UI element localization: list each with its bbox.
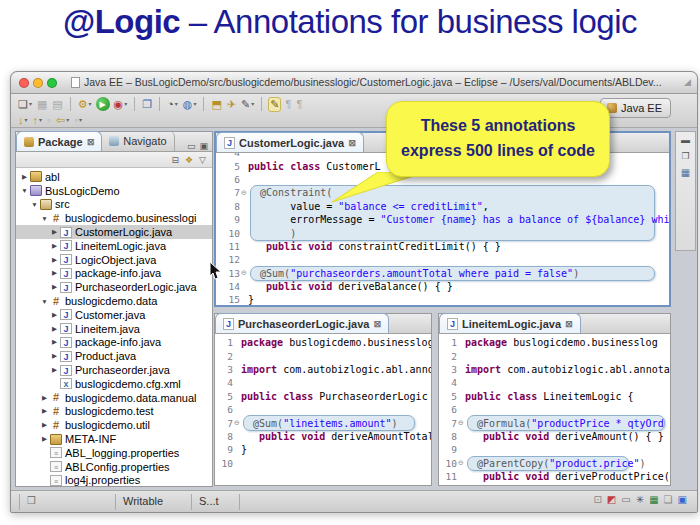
collapsed-arrow-icon[interactable]: ▶: [50, 366, 59, 374]
task-list-view-icon[interactable]: ▦: [681, 167, 690, 178]
collapsed-arrow-icon[interactable]: ▶: [20, 173, 29, 181]
save-icon[interactable]: ▦: [36, 97, 48, 112]
tree-item-abl[interactable]: ▶abl: [16, 170, 212, 184]
collapsed-arrow-icon[interactable]: ▶: [50, 269, 59, 277]
collapsed-arrow-icon[interactable]: ▶: [50, 283, 59, 291]
fold-marker-icon[interactable]: ⊖: [457, 419, 465, 427]
tree-item-buslogicdemo-util[interactable]: ▶#buslogicdemo.util: [16, 418, 212, 432]
run-history-icon[interactable]: ◉▾: [113, 97, 129, 112]
next-annotation-icon[interactable]: ↓▾: [17, 113, 29, 128]
new-wizard-icon[interactable]: ❏▾: [17, 97, 33, 112]
expanded-arrow-icon[interactable]: ▼: [40, 298, 49, 305]
new-web-service-icon[interactable]: ◔▾: [166, 97, 179, 112]
tab-customerlogic[interactable]: J CustomerLogic.java ⊠: [216, 132, 364, 152]
server-status-icon[interactable]: ⊡: [593, 494, 601, 505]
close-icon[interactable]: ⊠: [87, 137, 95, 147]
last-edit-location-icon[interactable]: ◦: [46, 113, 52, 128]
tree-item-ablconfig-properties[interactable]: ≡ABLConfig.properties: [16, 460, 212, 474]
tree-item-buslogicdemo-data[interactable]: ▼#buslogicdemo.data: [16, 294, 212, 308]
web-browser-icon[interactable]: ◍▾: [182, 97, 198, 112]
perspective-java-ee-button[interactable]: Java EE: [600, 98, 671, 118]
back-history-icon[interactable]: ⇦▾: [55, 113, 70, 128]
close-icon[interactable]: ⊠: [348, 138, 356, 148]
run-icon[interactable]: ▶: [96, 97, 110, 111]
tree-item-package-info-java[interactable]: ▶Jpackage-info.java: [16, 336, 212, 350]
window-status-icon[interactable]: ▭: [621, 494, 630, 505]
close-window-button[interactable]: [19, 78, 29, 88]
user-status-icon[interactable]: ◩: [607, 494, 616, 505]
maximize-view-icon[interactable]: ▣: [199, 141, 208, 151]
forward-history-icon[interactable]: ◦▾: [73, 113, 83, 128]
fold-marker-icon[interactable]: ⊖: [233, 419, 241, 427]
debug-icon[interactable]: ⚙▾: [77, 97, 93, 112]
tree-item-purchaseorder-java[interactable]: ▶JPurchaseorder.java: [16, 363, 212, 377]
tab-navigator[interactable]: Navigato: [102, 131, 174, 151]
tree-item-lineitem-java[interactable]: ▶JLineitem.java: [16, 322, 212, 336]
link-with-editor-icon[interactable]: ❖: [185, 155, 193, 165]
view-menu-icon[interactable]: ▽: [199, 155, 206, 165]
expanded-arrow-icon[interactable]: ▼: [40, 215, 49, 222]
block-selection-icon[interactable]: ¶: [295, 97, 303, 112]
restore-pane-icon[interactable]: ▬: [681, 135, 690, 145]
collapsed-arrow-icon[interactable]: ▶: [40, 394, 49, 402]
previous-annotation-icon[interactable]: ↑▾: [32, 113, 44, 128]
tree-item-abl-logging-properties[interactable]: ≡ABL_logging.properties: [16, 446, 212, 460]
collapsed-arrow-icon[interactable]: ▶: [50, 311, 59, 319]
tree-item-log4j-properties[interactable]: ≡log4j.properties: [16, 474, 212, 486]
print-icon[interactable]: ▤: [51, 97, 63, 112]
tree-item-logicobject-java[interactable]: ▶JLogicObject.java: [16, 253, 212, 267]
tree-item-buslogicdemo-businesslogi[interactable]: ▼#buslogicdemo.businesslogi: [16, 211, 212, 225]
tree-item-package-info-java[interactable]: ▶Jpackage-info.java: [16, 267, 212, 281]
zoom-window-button[interactable]: [47, 78, 57, 88]
close-icon[interactable]: ⊠: [373, 319, 381, 329]
collapsed-arrow-icon[interactable]: ▶: [40, 435, 49, 443]
minimize-view-icon[interactable]: ▭: [187, 141, 196, 151]
external-tools-icon[interactable]: ✎▾: [240, 97, 255, 112]
tree-item-buslogicdemo-data-manual[interactable]: ▶#buslogicdemo.data.manual: [16, 391, 212, 405]
outline-view-icon[interactable]: ❐: [681, 151, 689, 161]
tree-item-customerlogic-java[interactable]: ▶JCustomerLogic.java: [16, 225, 212, 239]
search-icon[interactable]: ✈: [226, 97, 237, 112]
purchaseorder-editor-body[interactable]: 1package buslogicdemo.businesslog23impor…: [215, 334, 431, 485]
mark-occurrences-icon[interactable]: ✎: [268, 97, 281, 112]
expanded-arrow-icon[interactable]: ▼: [20, 187, 29, 194]
monitor-status-icon[interactable]: ▣: [678, 494, 687, 505]
open-type-icon[interactable]: ⬒: [210, 97, 222, 112]
tree-item-buslogicdemo[interactable]: ▼BusLogicDemo: [16, 184, 212, 198]
minimize-window-button[interactable]: [33, 78, 43, 88]
tree-item-src[interactable]: ▼src: [16, 198, 212, 212]
fold-marker-icon[interactable]: ⊖: [240, 269, 248, 277]
tab-package-explorer[interactable]: Package ⊠: [16, 131, 102, 151]
lineitem-editor-body[interactable]: 1package buslogicdemo.businesslog23impor…: [439, 334, 670, 485]
resize-grip-icon[interactable]: ◢: [684, 77, 691, 87]
collapsed-arrow-icon[interactable]: ▶: [50, 338, 59, 346]
new-java-project-icon[interactable]: ❐: [141, 97, 153, 112]
window-titlebar[interactable]: Java EE – BusLogicDemo/src/buslogicdemo/…: [11, 72, 697, 94]
tree-item-meta-inf[interactable]: ▶META-INF: [16, 432, 212, 446]
collapsed-arrow-icon[interactable]: ▶: [40, 407, 49, 415]
collapsed-arrow-icon[interactable]: ▶: [50, 352, 59, 360]
doc-status-icon[interactable]: ❏: [664, 494, 673, 505]
collapsed-arrow-icon[interactable]: ▶: [50, 228, 59, 236]
fold-marker-icon[interactable]: ⊖: [240, 189, 248, 197]
tree-item-purchaseorderlogic-java[interactable]: ▶JPurchaseorderLogic.java: [16, 280, 212, 294]
collapsed-arrow-icon[interactable]: ▶: [50, 325, 59, 333]
expanded-arrow-icon[interactable]: ▼: [30, 201, 39, 208]
build-status-icon[interactable]: ▦: [649, 494, 658, 505]
tree-item-lineitemlogic-java[interactable]: ▶JLineitemLogic.java: [16, 239, 212, 253]
project-tree[interactable]: ▶abl▼BusLogicDemo▼src▼#buslogicdemo.busi…: [16, 168, 212, 486]
tree-item-customer-java[interactable]: ▶JCustomer.java: [16, 308, 212, 322]
tab-purchaseorderlogic[interactable]: J PurchaseorderLogic.java ⊠: [215, 313, 389, 333]
collapsed-arrow-icon[interactable]: ▶: [50, 242, 59, 250]
sync-status-icon[interactable]: ✳: [636, 494, 644, 505]
collapse-all-icon[interactable]: ⊟: [171, 155, 179, 165]
fast-view-icon[interactable]: ❒: [27, 495, 36, 506]
tab-lineitemlogic[interactable]: J LineitemLogic.java ⊠: [439, 313, 581, 333]
close-icon[interactable]: ⊠: [565, 319, 573, 329]
tree-item-buslogicdemo-test[interactable]: ▶#buslogicdemo.test: [16, 405, 212, 419]
show-whitespace-icon[interactable]: ¶: [284, 97, 292, 112]
collapsed-arrow-icon[interactable]: ▶: [40, 421, 49, 429]
collapsed-arrow-icon[interactable]: ▶: [50, 256, 59, 264]
tree-item-product-java[interactable]: ▶JProduct.java: [16, 349, 212, 363]
tree-item-buslogicdemo-cfg-xml[interactable]: xbuslogicdemo.cfg.xml: [16, 377, 212, 391]
